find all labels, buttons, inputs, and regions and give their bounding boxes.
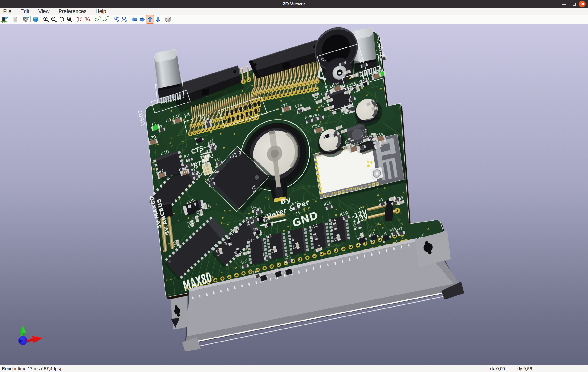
move-right-icon — [139, 16, 146, 23]
ortho-projection-icon — [165, 16, 172, 23]
reload-board-icon — [1, 16, 8, 23]
toolbar: X X Y Y Z Z — [0, 15, 588, 24]
move-up-button[interactable] — [146, 15, 154, 24]
minimize-icon — [563, 4, 566, 5]
toolbar-separator — [31, 16, 31, 22]
zoom-out-icon — [51, 16, 57, 23]
close-icon — [581, 2, 584, 5]
rotate-y-counterclockwise-icon: Y — [103, 16, 109, 23]
menu-edit[interactable]: Edit — [16, 8, 34, 15]
redraw-icon — [58, 16, 65, 23]
reload-board-button[interactable] — [1, 15, 9, 24]
move-down-icon — [154, 16, 161, 23]
toolbar-separator — [20, 16, 20, 22]
copy-image-button[interactable] — [11, 15, 19, 24]
rotate-y-clockwise-button[interactable]: Y — [94, 15, 102, 24]
redraw-button[interactable] — [58, 15, 66, 24]
toolbar-separator — [75, 16, 75, 22]
zoom-in-icon — [43, 16, 50, 23]
restore-button[interactable] — [571, 1, 578, 7]
toolbar-separator — [163, 16, 163, 22]
rotate-y-clockwise-icon: Y — [95, 16, 102, 23]
render-options-icon — [22, 16, 29, 23]
toolbar-separator — [41, 16, 41, 22]
left-bracket — [170, 296, 190, 330]
toolbar-separator — [10, 16, 10, 22]
svg-text:Y: Y — [107, 16, 109, 19]
move-right-button[interactable] — [138, 15, 146, 24]
ortho-projection-button[interactable] — [164, 15, 172, 24]
kicad-3d-viewer-window: 3D Viewer FileEditViewPreferencesHelp X … — [0, 0, 588, 372]
render-options-button[interactable] — [21, 15, 29, 24]
render-current-view-icon — [32, 16, 39, 23]
zoom-to-fit-button[interactable] — [66, 15, 74, 24]
zoom-to-fit-icon — [66, 16, 73, 23]
menu-bar: FileEditViewPreferencesHelp — [0, 8, 588, 15]
toolbar-separator — [93, 16, 93, 22]
rotate-z-clockwise-icon: Z — [113, 16, 120, 23]
rotate-x-counterclockwise-button[interactable]: X — [84, 15, 92, 24]
close-button[interactable] — [579, 1, 586, 7]
rotate-x-counterclockwise-icon: X — [84, 16, 91, 23]
silk-label: USB1 — [137, 108, 146, 126]
3d-viewport[interactable]: USB1F1R7C39U9C40C47U10C51U12R14R12OSC1R2… — [0, 24, 588, 365]
render-time: Render time 17 ms ( 57,4 fps) — [2, 366, 61, 371]
zoom-out-button[interactable] — [50, 15, 58, 24]
status-dx: dx 0,00 — [490, 366, 505, 371]
move-left-button[interactable] — [131, 15, 138, 24]
rotate-y-counterclockwise-button[interactable]: Y — [102, 15, 110, 24]
move-left-icon — [131, 16, 138, 23]
rotate-x-clockwise-icon: X — [76, 16, 83, 23]
restore-icon — [573, 3, 576, 6]
copy-image-icon — [11, 16, 18, 23]
svg-text:Z: Z — [125, 19, 126, 22]
pcb-3d-render: USB1F1R7C39U9C40C47U10C51U12R14R12OSC1R2… — [116, 24, 495, 357]
rotate-z-counterclockwise-button[interactable]: Z — [120, 15, 128, 24]
status-bar: Render time 17 ms ( 57,4 fps) dx 0,00 dy… — [0, 365, 588, 372]
rotate-x-clockwise-button[interactable]: X — [76, 15, 84, 24]
move-up-icon — [147, 16, 154, 23]
menu-file[interactable]: File — [0, 8, 16, 15]
menu-help[interactable]: Help — [91, 8, 111, 15]
svg-text:X: X — [84, 16, 86, 19]
window-title: 3D Viewer — [0, 1, 588, 7]
titlebar[interactable]: 3D Viewer — [0, 0, 588, 8]
rotate-z-counterclockwise-icon: Z — [121, 16, 127, 23]
toolbar-separator — [129, 16, 129, 22]
status-dy: dy 0,58 — [517, 366, 532, 371]
menu-view[interactable]: View — [34, 8, 54, 15]
axis-gizmo — [10, 324, 47, 352]
zoom-in-button[interactable] — [42, 15, 50, 24]
svg-text:Z: Z — [117, 19, 119, 22]
rotate-z-clockwise-button[interactable]: Z — [112, 15, 120, 24]
svg-text:X: X — [77, 16, 79, 19]
menu-preferences[interactable]: Preferences — [54, 8, 91, 15]
svg-text:Y: Y — [99, 16, 101, 19]
render-current-view-button[interactable] — [32, 15, 40, 24]
minimize-button[interactable] — [561, 1, 568, 7]
move-down-button[interactable] — [154, 15, 162, 24]
